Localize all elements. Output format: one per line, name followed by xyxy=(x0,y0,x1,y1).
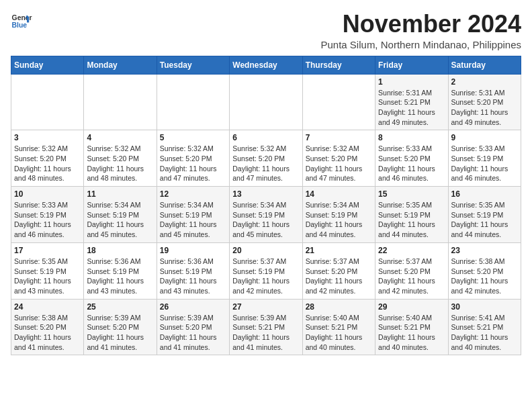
calendar-cell: 4Sunrise: 5:32 AM Sunset: 5:20 PM Daylig… xyxy=(84,130,157,187)
day-info: Sunrise: 5:33 AM Sunset: 5:19 PM Dayligh… xyxy=(14,200,81,240)
day-info: Sunrise: 5:37 AM Sunset: 5:20 PM Dayligh… xyxy=(306,257,372,296)
calendar-cell: 11Sunrise: 5:34 AM Sunset: 5:19 PM Dayli… xyxy=(84,187,157,243)
day-info: Sunrise: 5:33 AM Sunset: 5:20 PM Dayligh… xyxy=(378,144,445,183)
calendar-cell: 18Sunrise: 5:36 AM Sunset: 5:19 PM Dayli… xyxy=(84,242,157,299)
weekday-header-monday: Monday xyxy=(84,56,157,74)
day-info: Sunrise: 5:34 AM Sunset: 5:19 PM Dayligh… xyxy=(232,200,299,240)
title-block: November 2024 Punta Silum, Northern Mind… xyxy=(321,11,522,50)
calendar-cell: 5Sunrise: 5:32 AM Sunset: 5:20 PM Daylig… xyxy=(157,130,229,187)
calendar-cell: 21Sunrise: 5:37 AM Sunset: 5:20 PM Dayli… xyxy=(302,242,375,299)
day-number: 19 xyxy=(160,246,226,255)
day-number: 3 xyxy=(14,133,81,142)
calendar-week-row: 3Sunrise: 5:32 AM Sunset: 5:20 PM Daylig… xyxy=(11,130,521,187)
day-number: 10 xyxy=(14,189,81,199)
day-info: Sunrise: 5:41 AM Sunset: 5:21 PM Dayligh… xyxy=(451,313,518,353)
day-number: 4 xyxy=(87,133,153,142)
day-info: Sunrise: 5:33 AM Sunset: 5:19 PM Dayligh… xyxy=(451,144,518,183)
day-info: Sunrise: 5:36 AM Sunset: 5:19 PM Dayligh… xyxy=(160,257,226,296)
calendar-cell xyxy=(157,74,229,130)
day-number: 23 xyxy=(451,246,518,255)
day-number: 24 xyxy=(14,302,81,312)
general-blue-logo-icon: General Blue xyxy=(11,11,32,32)
calendar-week-row: 24Sunrise: 5:38 AM Sunset: 5:20 PM Dayli… xyxy=(11,299,521,355)
calendar-cell: 13Sunrise: 5:34 AM Sunset: 5:19 PM Dayli… xyxy=(230,187,302,243)
calendar-cell: 27Sunrise: 5:39 AM Sunset: 5:21 PM Dayli… xyxy=(230,299,302,355)
day-number: 16 xyxy=(451,189,518,199)
day-info: Sunrise: 5:39 AM Sunset: 5:20 PM Dayligh… xyxy=(160,313,226,353)
day-info: Sunrise: 5:40 AM Sunset: 5:21 PM Dayligh… xyxy=(306,313,372,353)
day-info: Sunrise: 5:37 AM Sunset: 5:19 PM Dayligh… xyxy=(232,257,299,296)
calendar-cell xyxy=(84,74,157,130)
day-info: Sunrise: 5:35 AM Sunset: 5:19 PM Dayligh… xyxy=(14,257,81,296)
day-number: 14 xyxy=(306,189,372,199)
calendar-cell: 14Sunrise: 5:34 AM Sunset: 5:19 PM Dayli… xyxy=(302,187,375,243)
calendar-cell: 29Sunrise: 5:40 AM Sunset: 5:21 PM Dayli… xyxy=(375,299,448,355)
day-number: 11 xyxy=(87,189,153,199)
day-number: 15 xyxy=(378,189,445,199)
calendar-week-row: 17Sunrise: 5:35 AM Sunset: 5:19 PM Dayli… xyxy=(11,242,521,299)
weekday-header-tuesday: Tuesday xyxy=(157,56,229,74)
calendar-cell: 25Sunrise: 5:39 AM Sunset: 5:20 PM Dayli… xyxy=(84,299,157,355)
day-number: 17 xyxy=(14,246,81,255)
day-info: Sunrise: 5:35 AM Sunset: 5:19 PM Dayligh… xyxy=(378,200,445,240)
day-info: Sunrise: 5:35 AM Sunset: 5:19 PM Dayligh… xyxy=(451,200,518,240)
day-number: 5 xyxy=(160,133,226,142)
day-number: 1 xyxy=(378,77,445,87)
day-info: Sunrise: 5:38 AM Sunset: 5:20 PM Dayligh… xyxy=(14,313,81,353)
calendar-week-row: 10Sunrise: 5:33 AM Sunset: 5:19 PM Dayli… xyxy=(11,187,521,243)
day-info: Sunrise: 5:39 AM Sunset: 5:20 PM Dayligh… xyxy=(87,313,153,353)
calendar-cell: 6Sunrise: 5:32 AM Sunset: 5:20 PM Daylig… xyxy=(230,130,302,187)
day-number: 6 xyxy=(232,133,299,142)
location-subtitle: Punta Silum, Northern Mindanao, Philippi… xyxy=(321,39,522,50)
day-number: 13 xyxy=(232,189,299,199)
day-number: 7 xyxy=(306,133,372,142)
calendar-cell: 15Sunrise: 5:35 AM Sunset: 5:19 PM Dayli… xyxy=(375,187,448,243)
day-info: Sunrise: 5:31 AM Sunset: 5:20 PM Dayligh… xyxy=(451,88,518,128)
month-title: November 2024 xyxy=(321,11,522,38)
day-number: 29 xyxy=(378,302,445,312)
calendar-cell: 28Sunrise: 5:40 AM Sunset: 5:21 PM Dayli… xyxy=(302,299,375,355)
calendar-cell: 16Sunrise: 5:35 AM Sunset: 5:19 PM Dayli… xyxy=(448,187,521,243)
day-number: 25 xyxy=(87,302,153,312)
calendar-cell: 22Sunrise: 5:37 AM Sunset: 5:20 PM Dayli… xyxy=(375,242,448,299)
day-info: Sunrise: 5:40 AM Sunset: 5:21 PM Dayligh… xyxy=(378,313,445,353)
calendar-cell: 12Sunrise: 5:34 AM Sunset: 5:19 PM Dayli… xyxy=(157,187,229,243)
page-header: General Blue November 2024 Punta Silum, … xyxy=(11,11,521,50)
weekday-header-friday: Friday xyxy=(375,56,448,74)
svg-text:Blue: Blue xyxy=(12,21,28,29)
day-info: Sunrise: 5:32 AM Sunset: 5:20 PM Dayligh… xyxy=(160,144,226,183)
calendar-cell: 7Sunrise: 5:32 AM Sunset: 5:20 PM Daylig… xyxy=(302,130,375,187)
calendar-cell: 24Sunrise: 5:38 AM Sunset: 5:20 PM Dayli… xyxy=(11,299,84,355)
day-number: 22 xyxy=(378,246,445,255)
day-info: Sunrise: 5:37 AM Sunset: 5:20 PM Dayligh… xyxy=(378,257,445,296)
day-number: 2 xyxy=(451,77,518,87)
weekday-header-sunday: Sunday xyxy=(11,56,84,74)
day-info: Sunrise: 5:32 AM Sunset: 5:20 PM Dayligh… xyxy=(87,144,153,183)
calendar-cell: 1Sunrise: 5:31 AM Sunset: 5:21 PM Daylig… xyxy=(375,74,448,130)
day-info: Sunrise: 5:38 AM Sunset: 5:20 PM Dayligh… xyxy=(451,257,518,296)
calendar-cell: 9Sunrise: 5:33 AM Sunset: 5:19 PM Daylig… xyxy=(448,130,521,187)
logo: General Blue xyxy=(11,11,34,32)
day-info: Sunrise: 5:31 AM Sunset: 5:21 PM Dayligh… xyxy=(378,88,445,128)
calendar-cell: 30Sunrise: 5:41 AM Sunset: 5:21 PM Dayli… xyxy=(448,299,521,355)
calendar-cell: 10Sunrise: 5:33 AM Sunset: 5:19 PM Dayli… xyxy=(11,187,84,243)
day-number: 12 xyxy=(160,189,226,199)
svg-text:General: General xyxy=(12,14,32,21)
weekday-header-saturday: Saturday xyxy=(448,56,521,74)
day-number: 8 xyxy=(378,133,445,142)
day-number: 21 xyxy=(306,246,372,255)
calendar-table: SundayMondayTuesdayWednesdayThursdayFrid… xyxy=(11,56,521,356)
day-info: Sunrise: 5:36 AM Sunset: 5:19 PM Dayligh… xyxy=(87,257,153,296)
day-info: Sunrise: 5:39 AM Sunset: 5:21 PM Dayligh… xyxy=(232,313,299,353)
day-number: 18 xyxy=(87,246,153,255)
day-number: 28 xyxy=(306,302,372,312)
calendar-cell: 2Sunrise: 5:31 AM Sunset: 5:20 PM Daylig… xyxy=(448,74,521,130)
day-info: Sunrise: 5:34 AM Sunset: 5:19 PM Dayligh… xyxy=(160,200,226,240)
calendar-cell xyxy=(302,74,375,130)
calendar-cell xyxy=(230,74,302,130)
calendar-cell: 19Sunrise: 5:36 AM Sunset: 5:19 PM Dayli… xyxy=(157,242,229,299)
weekday-header-row: SundayMondayTuesdayWednesdayThursdayFrid… xyxy=(11,56,521,74)
day-info: Sunrise: 5:32 AM Sunset: 5:20 PM Dayligh… xyxy=(306,144,372,183)
calendar-cell: 23Sunrise: 5:38 AM Sunset: 5:20 PM Dayli… xyxy=(448,242,521,299)
day-info: Sunrise: 5:34 AM Sunset: 5:19 PM Dayligh… xyxy=(87,200,153,240)
